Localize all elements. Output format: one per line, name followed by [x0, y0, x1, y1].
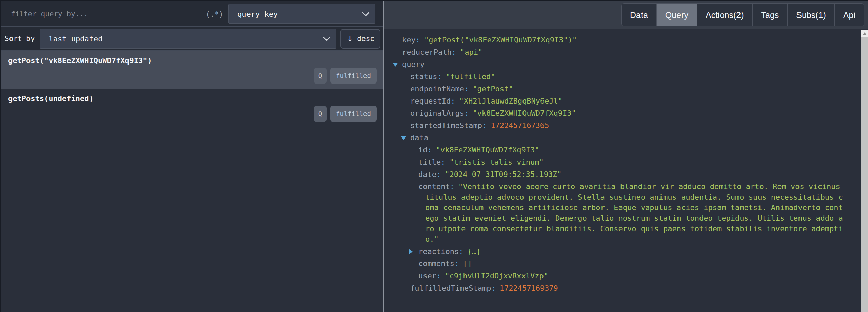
tree-value: [] — [463, 259, 472, 268]
tree-key: user — [418, 272, 441, 280]
tree-key: startedTimeStamp — [410, 121, 487, 130]
vertical-scrollbar[interactable] — [861, 30, 868, 312]
sort-field-selected-value: last updated — [40, 35, 103, 43]
query-detail-panel: Data Query Actions(2) Tags Subs(1) Api k… — [384, 1, 868, 312]
status-badge: fulfilled — [330, 106, 377, 122]
tree-key: fulfilledTimeStamp — [410, 284, 496, 292]
tree-value: "fulfilled" — [446, 72, 495, 81]
scroll-up-arrow-icon — [863, 32, 867, 35]
tab-api[interactable]: Api — [835, 4, 864, 26]
filter-field-select[interactable]: query key — [228, 4, 375, 24]
chevron-down-icon — [323, 34, 330, 41]
tree-row-user: user"c9jhvUlI2dOjxvRxxlVzp" — [384, 270, 852, 282]
scroll-up-button[interactable] — [861, 30, 868, 37]
sort-field-select[interactable]: last updated — [40, 29, 336, 49]
tree-value: {…} — [467, 247, 481, 256]
query-item-badges: Q fulfilled — [314, 106, 377, 122]
tree-key: key — [402, 36, 420, 44]
tree-key[interactable]: reactions — [418, 247, 463, 256]
tree-value: "c9jhvUlI2dOjxvRxxlVzp" — [445, 272, 548, 280]
tree-row-fulfilledtimestamp: fulfilledTimeStamp1722457169379 — [384, 282, 852, 294]
tab-actions[interactable]: Actions(2) — [697, 4, 753, 26]
tree-row-requestid: requestId"XH2lJlauwdZBgqBNy6eJl" — [384, 95, 852, 107]
tab-query[interactable]: Query — [657, 4, 697, 26]
tree-row-key: key"getPost("vk8EeZXWHIQuWD7fXq9I3")" — [384, 34, 852, 46]
tree-row-comments: comments[] — [384, 258, 852, 270]
tree-value: "tristis talis vinum" — [449, 158, 544, 166]
query-key-label: getPost("vk8EeZXWHIQuWD7fXq9I3") — [8, 56, 377, 65]
tree-expandable-key[interactable]: data — [410, 133, 428, 142]
query-list-item-getposts[interactable]: getPosts(undefined) Q fulfilled — [1, 89, 383, 127]
tree-key: status — [410, 72, 442, 81]
sort-direction-label: desc — [357, 35, 374, 43]
tree-row-startedtimestamp: startedTimeStamp1722457167365 — [384, 120, 852, 132]
query-key-label: getPosts(undefined) — [8, 94, 377, 103]
tree-value: "vk8EeZXWHIQuWD7fXq9I3" — [436, 146, 539, 154]
tree-key: requestId — [410, 97, 455, 105]
filter-query-input[interactable] — [1, 1, 203, 26]
tree-row-reducerpath: reducerPath"api" — [384, 46, 852, 58]
json-tree: key"getPost("vk8EeZXWHIQuWD7fXq9I3")" re… — [384, 29, 868, 312]
query-list: getPost("vk8EeZXWHIQuWD7fXq9I3") Q fulfi… — [1, 51, 383, 312]
detail-tab-strip: Data Query Actions(2) Tags Subs(1) Api — [384, 1, 868, 29]
tree-key: id — [418, 146, 432, 154]
sort-field-select-opener[interactable] — [317, 29, 336, 48]
tab-tags[interactable]: Tags — [753, 4, 788, 26]
tree-row-id: id"vk8EeZXWHIQuWD7fXq9I3" — [384, 144, 852, 156]
query-item-badges: Q fulfilled — [314, 68, 377, 84]
tree-value: "Ventito voveo aegre curto avaritia blan… — [425, 182, 843, 243]
filter-field-select-opener[interactable] — [356, 4, 375, 23]
tree-row-data: data — [384, 132, 852, 144]
sort-bar: Sort by last updated ↓ desc — [1, 27, 383, 51]
sort-direction-button[interactable]: ↓ desc — [340, 29, 380, 49]
tree-row-query: query — [384, 58, 852, 71]
tab-data[interactable]: Data — [622, 4, 657, 26]
collapse-arrow-icon[interactable] — [393, 63, 398, 67]
filter-bar: (.*) query key — [1, 1, 383, 27]
query-type-badge: Q — [314, 106, 327, 122]
query-list-panel: (.*) query key Sort by last updated ↓ de… — [1, 1, 383, 312]
tree-row-date: date"2024-07-31T09:52:35.193Z" — [384, 168, 852, 181]
sort-by-label: Sort by — [5, 35, 35, 43]
tree-key: originalArgs — [410, 109, 469, 117]
tree-key: endpointName — [410, 85, 469, 93]
tree-key: date — [418, 170, 441, 179]
rtk-query-devtools-panel: (.*) query key Sort by last updated ↓ de… — [0, 0, 868, 312]
status-badge: fulfilled — [330, 68, 377, 84]
tree-value: 1722457169379 — [500, 284, 558, 292]
tree-key: title — [418, 158, 445, 166]
collapse-arrow-icon[interactable] — [401, 136, 406, 140]
tree-key: comments — [418, 259, 459, 268]
tab-subs[interactable]: Subs(1) — [788, 4, 835, 26]
regex-toggle[interactable]: (.*) — [205, 10, 223, 18]
tree-row-content: content"Ventito voveo aegre curto avarit… — [384, 181, 852, 244]
tree-row-title: title"tristis talis vinum" — [384, 156, 852, 168]
tree-row-status: status"fulfilled" — [384, 71, 852, 83]
tree-value: "vk8EeZXWHIQuWD7fXq9I3" — [473, 109, 576, 117]
tree-row-originalargs: originalArgs"vk8EeZXWHIQuWD7fXq9I3" — [384, 107, 852, 120]
tree-value: 1722457167365 — [491, 121, 549, 130]
tree-value: "XH2lJlauwdZBgqBNy6eJl" — [459, 97, 563, 105]
query-list-item-getpost[interactable]: getPost("vk8EeZXWHIQuWD7fXq9I3") Q fulfi… — [1, 51, 383, 89]
tree-row-reactions: reactions{…} — [384, 245, 852, 258]
tree-value: "getPost" — [473, 85, 513, 93]
tree-value: "api" — [460, 48, 482, 56]
detail-tabs: Data Query Actions(2) Tags Subs(1) Api — [621, 3, 864, 26]
tree-row-endpointname: endpointName"getPost" — [384, 83, 852, 95]
chevron-down-icon — [362, 9, 369, 16]
arrow-down-icon: ↓ — [347, 34, 353, 43]
scrollbar-thumb[interactable] — [861, 37, 868, 312]
tree-expandable-key[interactable]: query — [402, 60, 425, 69]
tree-value: "getPost("vk8EeZXWHIQuWD7fXq9I3")" — [424, 36, 577, 44]
filter-field-selected-value: query key — [229, 10, 278, 18]
expand-arrow-icon[interactable] — [409, 249, 413, 254]
tree-value: "2024-07-31T09:52:35.193Z" — [445, 170, 561, 179]
query-type-badge: Q — [314, 68, 327, 84]
tree-key: content — [418, 182, 454, 191]
tree-key: reducerPath — [402, 48, 456, 56]
